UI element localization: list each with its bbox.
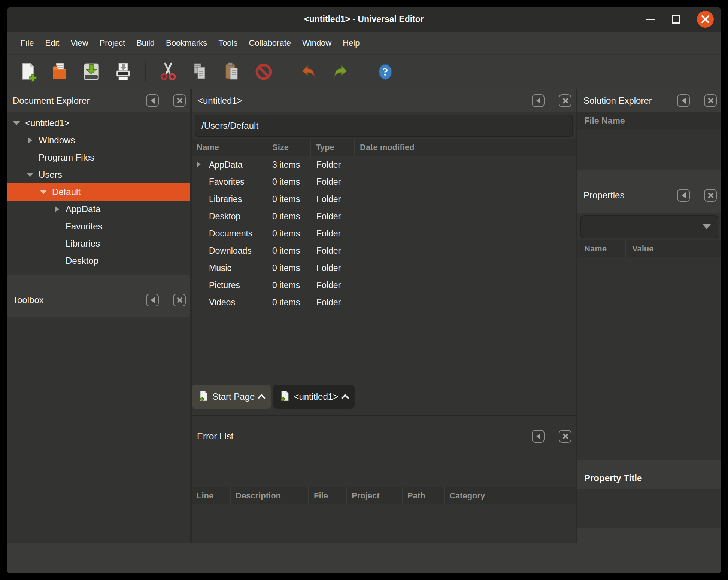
chevron-right-icon[interactable] (197, 161, 201, 167)
tree-item-libraries[interactable]: Libraries (7, 235, 190, 252)
tree-item-untitled1[interactable]: <untitled1> (7, 115, 190, 132)
redo-button[interactable] (331, 62, 350, 82)
property-column-header-name[interactable]: Name (577, 240, 626, 257)
property-description-area (577, 489, 721, 528)
file-row-pictures[interactable]: Pictures0 itemsFolder (192, 277, 576, 294)
panel-splitter[interactable] (577, 460, 721, 467)
file-size-cell: 0 items (267, 297, 311, 308)
close-button[interactable] (697, 11, 714, 28)
file-row-favorites[interactable]: Favorites0 itemsFolder (192, 173, 576, 190)
file-row-documents[interactable]: Documents0 itemsFolder (192, 225, 576, 242)
tree-item-program-files[interactable]: Program Files (7, 149, 190, 166)
title-bar[interactable]: <untitled1> - Universal Editor (7, 7, 721, 32)
undo-button[interactable] (299, 62, 318, 82)
toolbox-panel: Toolbox (7, 283, 190, 543)
save-file-button[interactable] (82, 62, 101, 82)
toolbox-content (7, 317, 190, 543)
file-row-libraries[interactable]: Libraries0 itemsFolder (192, 190, 576, 208)
menu-view[interactable]: View (65, 32, 94, 54)
error-column-header-description[interactable]: Description (231, 487, 309, 504)
properties-selector[interactable] (580, 215, 718, 238)
property-column-header-value[interactable]: Value (626, 240, 721, 257)
file-name-cell: Documents (192, 229, 267, 239)
tree-item-label: Desktop (66, 256, 98, 266)
open-file-button[interactable] (50, 62, 69, 82)
menu-window[interactable]: Window (297, 32, 337, 54)
column-header-size[interactable]: Size (267, 139, 311, 156)
properties-close-button[interactable] (704, 189, 717, 202)
tree-item-desktop[interactable]: Desktop (7, 252, 190, 269)
file-name-cell: Favorites (192, 177, 267, 187)
file-row-appdata[interactable]: AppData3 itemsFolder (192, 156, 576, 173)
editor-collapse-button[interactable] (532, 94, 545, 107)
document-explorer-collapse-button[interactable] (146, 94, 159, 107)
panel-splitter[interactable] (7, 275, 190, 283)
column-header-date-modified[interactable]: Date modified (355, 139, 576, 156)
cut-button[interactable] (158, 62, 178, 82)
toolbox-collapse-button[interactable] (146, 294, 159, 306)
error-list-close-button[interactable] (559, 430, 571, 443)
tree-item-users[interactable]: Users (7, 166, 190, 183)
new-file-button[interactable] (18, 62, 37, 82)
properties-collapse-button[interactable] (677, 189, 690, 202)
tree-item-label: Default (52, 187, 81, 197)
file-type-cell: Folder (311, 177, 355, 187)
file-type-cell: Folder (311, 160, 355, 170)
error-column-header-category[interactable]: Category (445, 487, 576, 504)
menu-help[interactable]: Help (337, 32, 365, 54)
menu-file[interactable]: File (15, 32, 39, 54)
error-list-collapse-button[interactable] (532, 430, 545, 443)
menu-bookmarks[interactable]: Bookmarks (160, 32, 213, 54)
property-title-label: Property Title (577, 467, 721, 489)
file-name-label: Favorites (209, 177, 245, 187)
chevron-down-icon (39, 190, 48, 194)
column-header-type[interactable]: Type (311, 139, 355, 156)
tree-item-favorites[interactable]: Favorites (7, 218, 190, 235)
column-header-name[interactable]: Name (192, 139, 267, 156)
properties-panel: Properties NameValue (577, 178, 721, 460)
error-column-header-file[interactable]: File (309, 487, 347, 504)
tree-item-windows[interactable]: Windows (7, 132, 190, 149)
menu-bar: FileEditViewProjectBuildBookmarksToolsCo… (7, 32, 721, 54)
app-window: <untitled1> - Universal Editor FileEditV… (7, 7, 721, 573)
stop-button[interactable] (254, 62, 273, 82)
file-row-music[interactable]: Music0 itemsFolder (192, 259, 576, 277)
path-input[interactable] (195, 115, 573, 137)
file-row-downloads[interactable]: Downloads0 itemsFolder (192, 242, 576, 259)
menu-collaborate[interactable]: Collaborate (243, 32, 297, 54)
property-title-panel: Property Title (577, 467, 721, 528)
copy-icon (191, 62, 209, 82)
tab-start-page[interactable]: Start Page (192, 385, 271, 409)
menu-tools[interactable]: Tools (213, 32, 243, 54)
menu-project[interactable]: Project (94, 32, 131, 54)
help-button[interactable]: ? (376, 62, 395, 82)
tree-item-default[interactable]: Default (7, 183, 190, 201)
solution-explorer-collapse-button[interactable] (677, 94, 690, 107)
tree-item-appdata[interactable]: AppData (7, 201, 190, 218)
maximize-button[interactable] (672, 7, 680, 32)
file-name-label: Documents (209, 229, 252, 238)
error-column-header-project[interactable]: Project (347, 487, 403, 504)
error-column-header-path[interactable]: Path (403, 487, 445, 504)
minimize-button[interactable] (646, 7, 655, 32)
error-column-header-line[interactable]: Line (192, 487, 231, 504)
tree-item-documents[interactable]: Documents (7, 269, 190, 275)
menu-build[interactable]: Build (131, 32, 160, 54)
tab-untitled1[interactable]: <untitled1> (273, 385, 355, 409)
panel-splitter[interactable] (577, 170, 721, 178)
tree-item-label: Favorites (66, 221, 103, 232)
copy-button[interactable] (190, 62, 210, 82)
file-type-cell: Folder (311, 246, 355, 256)
file-name-label: AppData (209, 160, 243, 170)
menu-edit[interactable]: Edit (39, 32, 65, 54)
print-button[interactable] (113, 62, 133, 82)
document-explorer-close-button[interactable] (173, 94, 186, 107)
paste-button[interactable] (222, 62, 242, 82)
solution-explorer-close-button[interactable] (704, 94, 717, 107)
file-row-desktop[interactable]: Desktop0 itemsFolder (192, 208, 576, 225)
file-name-label: Videos (209, 297, 235, 307)
file-row-videos[interactable]: Videos0 itemsFolder (192, 294, 576, 311)
editor-close-button[interactable] (559, 94, 571, 107)
toolbox-close-button[interactable] (173, 294, 186, 306)
file-type-cell: Folder (311, 280, 355, 290)
